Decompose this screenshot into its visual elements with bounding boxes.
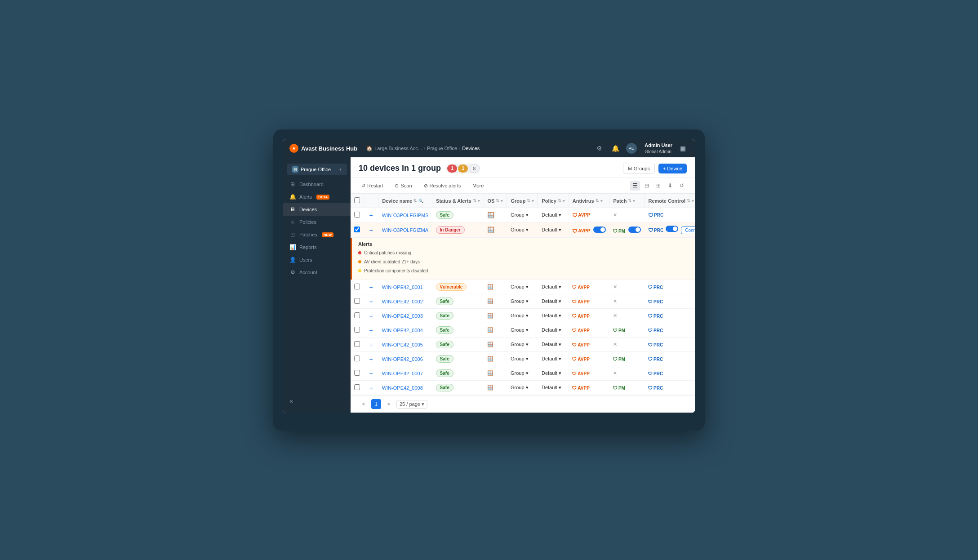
row-checkbox[interactable] bbox=[354, 341, 360, 347]
row-checkbox[interactable] bbox=[354, 356, 360, 361]
status-sort-icon[interactable]: ⇅ bbox=[473, 199, 476, 203]
device-name-filter-icon[interactable]: 🔍 bbox=[418, 199, 423, 203]
device-name-link[interactable]: WIN-O3POLFGIPMS bbox=[382, 213, 429, 218]
device-name-link[interactable]: WIN-OPE42_0006 bbox=[382, 356, 423, 362]
device-name-sort-icon[interactable]: ⇅ bbox=[413, 199, 417, 203]
policy-filter-icon[interactable]: ▾ bbox=[563, 199, 565, 203]
user-icon[interactable]: AU bbox=[626, 142, 637, 154]
sidebar-item-patches[interactable]: ⊡ Patches NEW bbox=[283, 228, 351, 241]
grid-view-icon[interactable]: ⊞ bbox=[653, 181, 663, 191]
row-checkbox[interactable] bbox=[354, 284, 360, 289]
patch-filter-icon[interactable]: ▾ bbox=[633, 199, 635, 203]
row-add-button[interactable]: + bbox=[368, 356, 375, 363]
sidebar-item-policies[interactable]: ≡ Policies bbox=[283, 216, 351, 228]
sidebar-item-dashboard[interactable]: ⊞ Dashboard bbox=[283, 178, 351, 191]
policy-select[interactable]: Default ▾ bbox=[542, 227, 561, 232]
device-name-link[interactable]: WIN-OPE42_0003 bbox=[382, 313, 423, 319]
device-name-link[interactable]: WIN-OPE42_0004 bbox=[382, 328, 423, 333]
patch-sort-icon[interactable]: ⇅ bbox=[628, 199, 631, 203]
row-add-button[interactable]: + bbox=[368, 284, 375, 291]
scan-button[interactable]: ⊙ Scan bbox=[392, 182, 414, 190]
notifications-icon[interactable]: 🔔 bbox=[609, 142, 621, 154]
sidebar-item-account[interactable]: ⚙ Account bbox=[283, 266, 351, 279]
row-add-button[interactable]: + bbox=[368, 341, 375, 348]
group-select[interactable]: Group ▾ bbox=[511, 385, 529, 390]
sidebar-collapse-button[interactable]: « bbox=[283, 393, 351, 409]
group-select[interactable]: Group ▾ bbox=[511, 370, 529, 376]
policy-select[interactable]: Default ▾ bbox=[542, 298, 561, 304]
patch-toggle[interactable] bbox=[628, 227, 641, 233]
group-select[interactable]: Group ▾ bbox=[511, 327, 529, 333]
device-name-link[interactable]: WIN-OPE42_0001 bbox=[382, 284, 423, 290]
next-page-button[interactable]: > bbox=[384, 399, 394, 409]
group-select[interactable]: Group ▾ bbox=[511, 227, 529, 232]
sidebar-item-devices[interactable]: 🖥 Devices bbox=[283, 203, 351, 216]
policy-select[interactable]: Default ▾ bbox=[542, 385, 561, 390]
policy-sort-icon[interactable]: ⇅ bbox=[558, 199, 561, 203]
column-view-icon[interactable]: ⊟ bbox=[642, 181, 652, 191]
per-page-selector[interactable]: 25 / page ▾ bbox=[396, 400, 427, 409]
more-button[interactable]: More bbox=[470, 182, 486, 190]
row-checkbox[interactable] bbox=[354, 227, 360, 232]
office-selector[interactable]: 🏢 Prague Office ▾ bbox=[287, 164, 347, 175]
row-add-button[interactable]: + bbox=[368, 384, 375, 391]
add-device-button[interactable]: + Device bbox=[658, 164, 687, 173]
th-status[interactable]: Status & Alerts ⇅ ▾ bbox=[432, 194, 484, 208]
row-checkbox[interactable] bbox=[354, 212, 360, 218]
restart-button[interactable]: ↺ Restart bbox=[359, 182, 386, 190]
policy-select[interactable]: Default ▾ bbox=[542, 370, 561, 376]
groups-button[interactable]: ⊞ Groups bbox=[623, 163, 655, 174]
group-select[interactable]: Group ▾ bbox=[511, 212, 529, 218]
refresh-icon[interactable]: ↺ bbox=[677, 181, 687, 191]
barcode-icon[interactable]: ▦ bbox=[677, 142, 689, 154]
row-checkbox[interactable] bbox=[354, 384, 360, 390]
device-name-link[interactable]: WIN-OPE42_0008 bbox=[382, 385, 423, 391]
row-checkbox[interactable] bbox=[354, 312, 360, 318]
row-add-button[interactable]: + bbox=[368, 212, 375, 219]
th-device-name[interactable]: Device name ⇅ 🔍 bbox=[378, 194, 432, 208]
antivirus-filter-icon[interactable]: ▾ bbox=[600, 199, 603, 203]
row-checkbox[interactable] bbox=[354, 370, 360, 376]
policy-select[interactable]: Default ▾ bbox=[542, 313, 561, 318]
device-name-link[interactable]: WIN-O3POLFGIZMA bbox=[382, 227, 428, 233]
row-add-button[interactable]: + bbox=[368, 327, 375, 334]
policy-select[interactable]: Default ▾ bbox=[542, 284, 561, 289]
connect-button[interactable]: Connect bbox=[681, 227, 695, 234]
policy-select[interactable]: Default ▾ bbox=[542, 212, 561, 218]
th-antivirus[interactable]: Antivirus ⇅ ▾ bbox=[569, 194, 609, 208]
row-add-button[interactable]: + bbox=[368, 312, 375, 320]
list-view-icon[interactable]: ☰ bbox=[630, 181, 640, 191]
th-patch[interactable]: Patch ⇅ ▾ bbox=[609, 194, 645, 208]
rc-sort-icon[interactable]: ⇅ bbox=[687, 199, 690, 203]
device-name-link[interactable]: WIN-OPE42_0002 bbox=[382, 299, 423, 304]
breadcrumb-item-1[interactable]: Prague Office bbox=[427, 146, 457, 151]
policy-select[interactable]: Default ▾ bbox=[542, 342, 561, 347]
device-name-link[interactable]: WIN-OPE42_0005 bbox=[382, 342, 423, 347]
breadcrumb-item-0[interactable]: Large Business Acc... bbox=[374, 146, 422, 151]
antivirus-toggle[interactable] bbox=[593, 227, 606, 233]
row-add-button[interactable]: + bbox=[368, 227, 375, 234]
group-select[interactable]: Group ▾ bbox=[511, 342, 529, 347]
rc-toggle[interactable] bbox=[666, 226, 678, 232]
sidebar-item-reports[interactable]: 📊 Reports bbox=[283, 241, 351, 253]
rc-filter-icon[interactable]: ▾ bbox=[692, 199, 694, 203]
group-select[interactable]: Group ▾ bbox=[511, 284, 529, 289]
prev-page-button[interactable]: < bbox=[359, 399, 369, 409]
group-select[interactable]: Group ▾ bbox=[511, 356, 529, 361]
row-add-button[interactable]: + bbox=[368, 370, 375, 377]
select-all-checkbox[interactable] bbox=[354, 197, 360, 203]
device-name-link[interactable]: WIN-OPE42_0007 bbox=[382, 371, 423, 376]
status-filter-icon[interactable]: ▾ bbox=[478, 199, 480, 203]
os-filter-icon[interactable]: ▾ bbox=[501, 199, 503, 203]
settings-icon[interactable]: ⚙ bbox=[593, 142, 605, 154]
row-checkbox[interactable] bbox=[354, 327, 360, 333]
sidebar-item-users[interactable]: 👤 Users bbox=[283, 253, 351, 266]
os-sort-icon[interactable]: ⇅ bbox=[496, 199, 499, 203]
group-filter-icon[interactable]: ▾ bbox=[532, 199, 534, 203]
th-os[interactable]: OS ⇅ ▾ bbox=[484, 194, 507, 208]
download-icon[interactable]: ⬇ bbox=[665, 181, 675, 191]
group-select[interactable]: Group ▾ bbox=[511, 313, 529, 318]
group-sort-icon[interactable]: ⇅ bbox=[527, 199, 530, 203]
th-policy[interactable]: Policy ⇅ ▾ bbox=[538, 194, 569, 208]
th-group[interactable]: Group ⇅ ▾ bbox=[507, 194, 538, 208]
